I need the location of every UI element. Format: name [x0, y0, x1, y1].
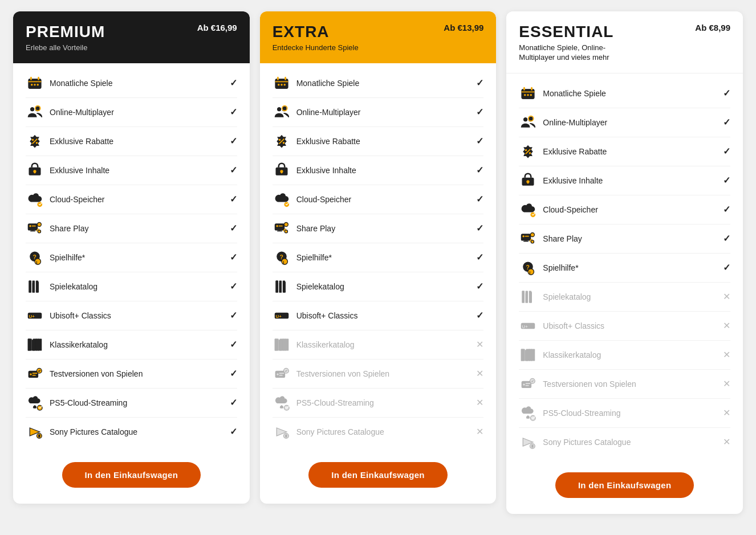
svg-point-24 — [29, 225, 31, 227]
feature-label: Spielhilfe* — [296, 253, 471, 262]
cta-button-essential[interactable]: In den Einkaufswagen — [555, 472, 694, 498]
svg-rect-110 — [522, 91, 535, 92]
svg-point-12 — [36, 106, 40, 110]
feature-label: PS5-Cloud-Streaming — [296, 398, 471, 407]
feature-label: Monatliche Spiele — [50, 79, 224, 88]
feature-label: Share Play — [296, 224, 471, 233]
feature-status: ✓ — [723, 146, 730, 157]
plan-subtitle-essential: Monatliche Spiele, Online-Multiplayer un… — [519, 43, 610, 63]
plan-header-extra: EXTRAEntdecke Hunderte SpieleAb €13,99 — [260, 11, 497, 63]
svg-rect-142 — [526, 293, 528, 303]
discounts-icon — [273, 132, 291, 150]
feature-item: Spielekatalog✓ — [273, 272, 484, 301]
exclusive-content-icon — [273, 161, 291, 179]
feature-item: ? i Spielhilfe*✓ — [273, 243, 484, 272]
feature-item: Exklusive Rabatte✓ — [519, 137, 730, 166]
feature-item: U+ Ubisoft+ Classics✕ — [519, 312, 730, 341]
cloud-streaming-icon — [519, 404, 537, 422]
multiplayer-icon — [519, 113, 537, 132]
feature-status: ✓ — [230, 77, 237, 88]
svg-rect-52 — [38, 434, 40, 437]
svg-rect-72 — [281, 171, 282, 174]
feature-item: Testversionen von Spielen✕ — [273, 360, 484, 389]
svg-point-79 — [284, 222, 288, 226]
svg-rect-36 — [32, 283, 35, 293]
ubisoft-icon: U+ — [26, 307, 44, 325]
share-play-icon — [26, 219, 44, 238]
feature-item: ? i Spielhilfe*✓ — [519, 254, 730, 283]
plan-card-premium: PREMIUMErlebe alle VorteileAb €16,99 Mon… — [13, 11, 250, 504]
svg-point-113 — [530, 94, 533, 96]
feature-label: Exklusive Rabatte — [50, 137, 224, 146]
feature-item: Exklusive Inhalte✓ — [26, 156, 237, 185]
svg-point-65 — [282, 106, 286, 110]
feature-status: ✓ — [230, 426, 237, 437]
feature-label: Monatliche Spiele — [543, 89, 717, 98]
cta-button-premium[interactable]: In den Einkaufswagen — [62, 462, 201, 488]
feature-item: Exklusive Inhalte✓ — [273, 156, 484, 185]
feature-label: Share Play — [543, 234, 717, 243]
cta-button-extra[interactable]: In den Einkaufswagen — [308, 462, 448, 488]
features-list-premium: Monatliche Spiele✓ Online-Multiplayer✓ E… — [13, 63, 250, 452]
feature-status: ✓ — [230, 397, 237, 408]
share-play-icon — [519, 230, 537, 248]
feature-item: Monatliche Spiele✓ — [273, 69, 484, 98]
feature-status: ✓ — [723, 204, 730, 215]
cloud-icon — [273, 190, 291, 209]
feature-status: ✓ — [230, 136, 237, 146]
plan-header-essential: ESSENTIALMonatliche Spiele, Online-Multi… — [506, 11, 743, 73]
feature-item: Spielekatalog✓ — [26, 272, 237, 301]
plans-container: PREMIUMErlebe alle VorteileAb €16,99 Mon… — [13, 11, 743, 514]
feature-status: ✓ — [230, 339, 237, 350]
feature-status: ✓ — [723, 117, 730, 128]
svg-rect-97 — [278, 340, 281, 350]
svg-rect-45 — [36, 338, 39, 350]
svg-point-111 — [524, 94, 526, 96]
svg-point-47 — [30, 373, 32, 375]
svg-rect-109 — [531, 87, 533, 90]
svg-point-121 — [529, 152, 531, 154]
feature-status: ✓ — [476, 77, 483, 88]
game-trials-icon — [273, 365, 291, 383]
svg-rect-102 — [280, 406, 283, 408]
feature-label: Testversionen von Spielen — [296, 369, 471, 378]
feature-status: ✓ — [230, 281, 237, 292]
svg-point-130 — [523, 235, 525, 238]
plan-title-premium: PREMIUM — [26, 23, 105, 41]
svg-rect-155 — [527, 416, 530, 418]
svg-point-59 — [281, 84, 283, 86]
feature-status: ✓ — [476, 165, 483, 175]
feature-item: Cloud-Speicher✓ — [26, 185, 237, 214]
feature-item: Testversionen von Spielen✕ — [519, 370, 730, 399]
svg-point-118 — [529, 116, 533, 120]
plan-subtitle-extra: Entdecke Hunderte Spiele — [273, 43, 359, 53]
feature-item: Testversionen von Spielen✓ — [26, 360, 237, 389]
svg-rect-150 — [525, 350, 528, 361]
feature-label: Ubisoft+ Classics — [543, 321, 717, 330]
svg-text:U+: U+ — [522, 324, 529, 329]
feature-label: Spielhilfe* — [543, 263, 717, 272]
feature-label: Spielekatalog — [50, 282, 224, 291]
svg-point-153 — [523, 383, 526, 386]
svg-point-100 — [277, 373, 279, 375]
feature-item: Klassikerkatalog✕ — [273, 330, 484, 360]
feature-label: Exklusive Inhalte — [50, 166, 224, 175]
svg-point-120 — [525, 149, 527, 151]
feature-status: ✓ — [476, 310, 483, 321]
svg-rect-90 — [283, 281, 285, 292]
feature-status: ✓ — [230, 165, 237, 175]
svg-rect-105 — [285, 434, 287, 437]
monthly-games-icon — [519, 84, 537, 103]
feature-label: Spielekatalog — [296, 282, 471, 291]
feature-status: ✕ — [476, 368, 483, 379]
classics-catalog-icon — [519, 346, 537, 364]
feature-label: Exklusive Rabatte — [296, 137, 471, 146]
feature-status: ✓ — [476, 281, 483, 292]
sony-pictures-icon — [273, 423, 291, 441]
svg-rect-151 — [529, 349, 532, 361]
feature-item: Sony Pictures Catalogue✓ — [26, 418, 237, 446]
svg-rect-23 — [30, 230, 35, 231]
ubisoft-icon: U+ — [519, 317, 537, 335]
svg-rect-43 — [28, 338, 31, 350]
svg-rect-76 — [277, 230, 282, 231]
